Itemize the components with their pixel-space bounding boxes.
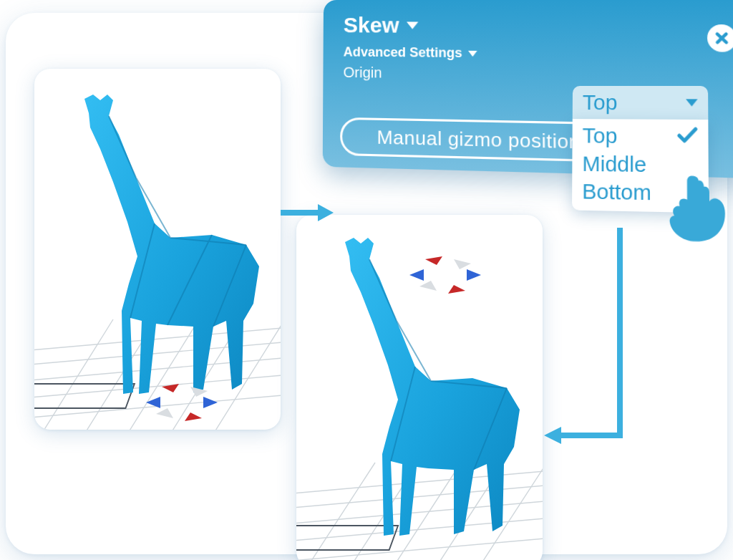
pointer-hand-icon (662, 171, 730, 246)
svg-line-32 (475, 463, 543, 560)
svg-marker-20 (185, 412, 202, 421)
gizmo-top (409, 256, 481, 294)
dropdown-option-label: Top (583, 123, 618, 148)
svg-line-26 (296, 517, 543, 543)
check-icon (677, 124, 698, 150)
svg-marker-40 (467, 269, 481, 281)
svg-rect-33 (296, 526, 398, 550)
svg-marker-46 (318, 204, 334, 221)
svg-marker-18 (203, 397, 218, 408)
chevron-down-icon (686, 99, 698, 106)
svg-line-23 (296, 470, 543, 496)
svg-line-1 (34, 341, 281, 367)
origin-label: Origin (344, 64, 732, 86)
dropdown-option-label: Middle (582, 151, 646, 177)
dropdown-selected[interactable]: Top (573, 86, 709, 120)
origin-dropdown[interactable]: Top Top Middle Bottom (572, 86, 709, 213)
svg-marker-42 (448, 285, 465, 294)
svg-line-27 (296, 537, 543, 560)
arrow-to-panel (281, 202, 334, 223)
chevron-down-icon[interactable] (407, 21, 418, 29)
svg-marker-43 (419, 281, 437, 291)
arrow-to-result (541, 228, 656, 461)
svg-line-0 (34, 327, 281, 352)
svg-line-24 (296, 484, 543, 510)
dropdown-option-top[interactable]: Top (573, 122, 709, 151)
svg-marker-44 (454, 259, 471, 269)
dropdown-selected-label: Top (583, 90, 618, 115)
panel-title[interactable]: Skew (344, 13, 399, 38)
panel-subtitle[interactable]: Advanced Settings (344, 44, 462, 61)
svg-line-9 (213, 319, 281, 430)
preview-origin-bottom (34, 69, 281, 430)
manual-gizmo-label: Manual gizmo position (377, 126, 581, 154)
dropdown-option-label: Bottom (582, 179, 651, 206)
svg-marker-41 (425, 256, 442, 265)
svg-marker-39 (409, 269, 424, 281)
close-icon (713, 30, 732, 47)
svg-marker-21 (156, 408, 173, 418)
preview-origin-top (296, 215, 543, 560)
chevron-down-icon[interactable] (468, 50, 477, 56)
svg-marker-47 (544, 427, 561, 444)
